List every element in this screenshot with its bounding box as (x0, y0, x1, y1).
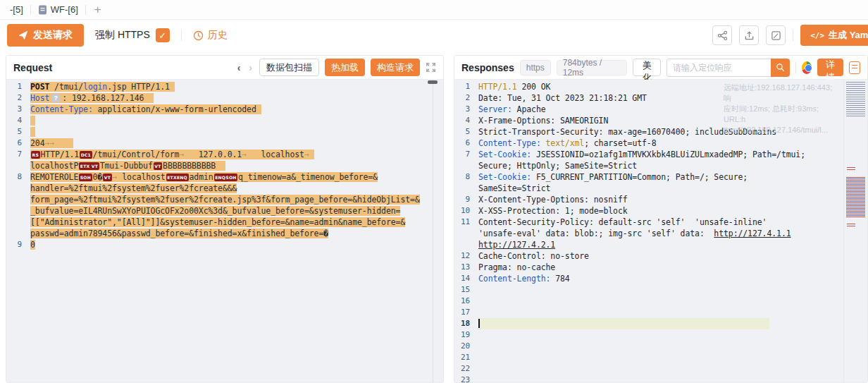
chrome-icon[interactable] (802, 61, 812, 74)
code-token: → (242, 150, 247, 159)
export-button[interactable] (739, 25, 759, 45)
detail-button[interactable]: 详情 (817, 59, 844, 76)
code-line-6[interactable]: 6Content-Type: text/xml; charset=utf-8 (454, 138, 867, 149)
line-number: 12 (454, 250, 478, 262)
code-line-10[interactable]: 10X-XSS-Protection: 1; mode=block (454, 205, 867, 217)
code-line-6[interactable]: 6204→→ (6, 138, 443, 149)
code-line-8-6[interactable]: passwd=admin789456&passwd_before=&finish… (6, 228, 443, 239)
code-line-17[interactable]: 17 (454, 307, 867, 318)
code-token: .jsp HTTP/1.1 (107, 82, 170, 92)
fuzz-highlight: Content-Type: application/x-www-form-url… (30, 104, 261, 114)
code-text: handler=%2ftmui%2fsystem%2fuser%2fcreate… (30, 183, 237, 194)
code-token (30, 116, 35, 126)
code-line-11-1[interactable]: 11Content-Security-Policy: default-src '… (454, 217, 867, 228)
code-line-7-2[interactable]: Secure; HttpOnly; SameSite=Strict (454, 160, 867, 171)
meta-line: 远端地址:192.168.127.146:443; 响 (724, 83, 836, 104)
code-line-8-2[interactable]: SameSite=Strict (454, 183, 867, 194)
code-line-8-4[interactable]: _bufvalue=eIL4RUnSwXYoPUIOGcOFx2o00Xc%3d… (6, 205, 443, 217)
toolbar: 发送请求 强制 HTTPS ✓ 历史 (0, 20, 868, 51)
line-number: 22 (454, 363, 478, 375)
toolbar-divider (793, 30, 793, 41)
force-https-checkbox[interactable]: ✓ (156, 28, 170, 42)
add-tab-button[interactable]: + (86, 3, 110, 17)
code-token: form_page=%2ftmui%2fsystem%2fuser%2fcrea… (30, 195, 420, 205)
send-request-button[interactable]: 发送请求 (7, 24, 84, 47)
code-token: HTTP/1.1 (478, 82, 517, 92)
beautify-button[interactable]: 美化 (633, 59, 661, 76)
line-number: 6 (6, 138, 30, 149)
construct-request-button[interactable]: 构造请求 (371, 59, 420, 76)
code-line-3[interactable]: 3Content-Type: application/x-www-form-ur… (6, 104, 443, 115)
meta-line: 应时间:12ms; 总耗时:93ms; URL:h (724, 104, 836, 125)
minimap[interactable] (843, 80, 867, 382)
code-line-8-1[interactable]: 8REMOTEROLESOH0�VT→ localhostETXENQadmin… (6, 171, 443, 183)
history-button[interactable]: 历史 (193, 29, 228, 42)
toolbar-divider (181, 30, 182, 41)
code-line-2[interactable]: 2Host?: 192.168.127.146 (6, 92, 443, 104)
code-line-7-2[interactable]: localhostPETX VTTmui-DubbufVTBBBBBBBBBBB (6, 160, 443, 171)
code-line-22[interactable]: 22 (454, 363, 867, 375)
generate-yaml-button[interactable]: </> 生成 Yaml (800, 25, 868, 46)
code-line-19[interactable]: 19 (454, 329, 867, 341)
code-token: login (83, 82, 107, 92)
expand-icon[interactable] (426, 62, 436, 73)
code-line-9[interactable]: 90 (6, 239, 443, 250)
code-line-13[interactable]: 13Pragma: no-cache (454, 262, 867, 273)
prev-request-button[interactable]: ‹ (236, 62, 242, 73)
code-line-18[interactable]: 18 (454, 318, 867, 329)
line-number: 13 (454, 262, 478, 273)
response-editor[interactable]: 远端地址:192.168.127.146:443; 响 应时间:12ms; 总耗… (454, 80, 867, 382)
code-line-15[interactable]: 15 (454, 284, 867, 296)
code-line-8-5[interactable]: [["Administrator","[All]"]]&systemuser-h… (6, 217, 443, 228)
code-line-9[interactable]: 9X-Content-Type-Options: nosniff (454, 194, 867, 205)
fuzz-highlight (30, 127, 35, 137)
code-line-8-3[interactable]: form_page=%2ftmui%2fsystem%2fuser%2fcrea… (6, 194, 443, 205)
code-line-23[interactable]: 23 (454, 375, 867, 382)
force-https-group: 强制 HTTPS ✓ (95, 28, 170, 42)
code-line-11-2[interactable]: 'unsafe-eval' data: blob:; img-src 'self… (454, 228, 867, 239)
fuzz-highlight: REMOTEROLESOH0�VT→ localhostETXENQadminE… (30, 172, 378, 182)
code-line-7-1[interactable]: 7Set-Cookie: JSESSIONID=oz1afg1mTMVKXkbk… (454, 149, 867, 160)
request-scrollbar-track[interactable] (433, 80, 433, 382)
code-line-11-3[interactable]: http://127.4.2.1 (454, 239, 867, 250)
control-char-badge: DC1 (80, 151, 92, 159)
line-number: 1 (6, 81, 30, 92)
code-line-12[interactable]: 12Cache-Control: no-store (454, 250, 867, 262)
code-token: 127.0.0.1 (184, 150, 242, 159)
code-line-14[interactable]: 14Content-Length: 784 (454, 273, 867, 284)
search-button[interactable] (771, 59, 790, 77)
fuzz-highlight: localhostPETX VTTmui-DubbufVTBBBBBBBBBBB (30, 161, 225, 171)
line-number: 5 (454, 126, 478, 138)
next-request-button[interactable]: › (247, 62, 254, 73)
code-line-5[interactable]: 5 (6, 126, 443, 138)
edit-button[interactable] (766, 25, 786, 45)
comment-icon[interactable] (849, 61, 860, 74)
code-line-21[interactable]: 21 (454, 352, 867, 363)
packet-scan-button[interactable]: 数据包扫描 (259, 59, 319, 76)
request-scrollbar-thumb[interactable] (428, 80, 438, 84)
code-line-4[interactable]: 4 (6, 115, 443, 126)
line-number: 4 (6, 115, 30, 126)
request-editor[interactable]: 1POST /tmui/login.jsp HTTP/1.1 2Host?: 1… (6, 80, 443, 382)
code-line-16[interactable]: 16 (454, 296, 867, 307)
line-number: 9 (6, 239, 30, 250)
search-input[interactable] (666, 59, 771, 77)
help-badge: ? (51, 94, 60, 102)
code-text: localhostPETX VTTmui-DubbufVTBBBBBBBBBBB (30, 160, 225, 171)
share-button[interactable] (712, 25, 732, 45)
tab-wf-6[interactable]: WF-[6] (31, 0, 85, 19)
code-token: /tmui/ (49, 82, 83, 92)
code-line-20[interactable]: 20 (454, 341, 867, 352)
code-token: X-Frame-Options: SAMEORIGIN (478, 116, 608, 126)
code-line-8-1[interactable]: 8Set-Cookie: F5_CURRENT_PARTITION=Common… (454, 171, 867, 183)
code-line-8-2[interactable]: handler=%2ftmui%2fsystem%2fuser%2fcreate… (6, 183, 443, 194)
code-token: ; charset=utf-8 (584, 138, 656, 148)
tab-wf-5[interactable]: -[5] (3, 0, 30, 19)
response-header: Responses https 784bytes / 12ms 美化 详情 (454, 56, 867, 80)
hot-reload-button[interactable]: 热加载 (325, 59, 365, 76)
code-line-7-1[interactable]: 7RSHTTP/1.1DC1/tmui/Control/form→ 127.0.… (6, 149, 443, 160)
code-token: F5_CURRENT_PARTITION=Common; Path=/; Sec… (531, 172, 748, 182)
code-text: POST /tmui/login.jsp HTTP/1.1 (30, 81, 175, 92)
code-token: localhost (117, 172, 165, 182)
code-line-1[interactable]: 1POST /tmui/login.jsp HTTP/1.1 (6, 81, 443, 92)
